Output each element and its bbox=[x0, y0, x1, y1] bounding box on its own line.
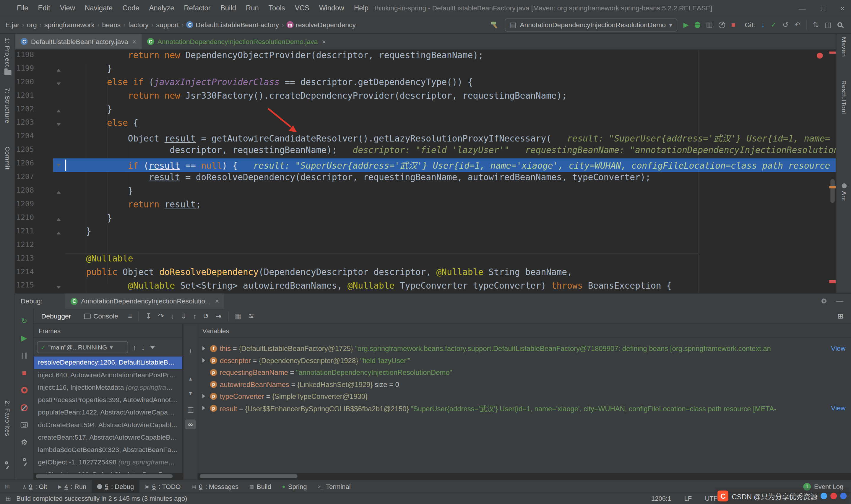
drop-frame-icon[interactable]: ↺ bbox=[203, 312, 209, 320]
line-ending-widget[interactable]: LF bbox=[684, 495, 692, 503]
scroll-down-icon[interactable]: ▼ bbox=[183, 391, 198, 396]
fold-close-icon[interactable] bbox=[56, 69, 61, 72]
menu-vcs[interactable]: VCS bbox=[290, 4, 314, 12]
frame-row[interactable]: doCreateBean:594, AbstractAutowireCapabl… bbox=[34, 419, 182, 431]
show-execution-point-icon[interactable]: ↧ bbox=[146, 312, 151, 320]
variable-row-result[interactable]: presult = {User$$EnhancerBySpringCGLIB$$… bbox=[198, 402, 851, 414]
filter-icon[interactable] bbox=[150, 346, 155, 349]
git-history-icon[interactable]: ↺ bbox=[783, 21, 789, 29]
close-tab-icon[interactable]: × bbox=[132, 38, 136, 46]
watches-toggle-icon[interactable]: ∞ bbox=[185, 419, 196, 429]
fold-close-icon[interactable] bbox=[56, 218, 61, 221]
maximize-icon[interactable]: □ bbox=[821, 4, 825, 13]
tab-console[interactable]: Console bbox=[81, 312, 122, 320]
breadcrumb-item[interactable]: support bbox=[155, 21, 180, 29]
variables-scrollbar[interactable] bbox=[198, 473, 851, 480]
debug-button[interactable] bbox=[695, 22, 700, 28]
threads-view-icon[interactable]: ≋ bbox=[248, 312, 254, 320]
breadcrumb-item[interactable]: factory bbox=[127, 21, 149, 29]
frame-row[interactable]: getObject:-1, 1827725498 (org.springfram… bbox=[34, 456, 182, 469]
expand-arrow-icon[interactable] bbox=[202, 406, 205, 410]
menu-file[interactable]: File bbox=[12, 4, 33, 12]
hide-panel-icon[interactable]: — bbox=[836, 297, 843, 305]
line-number[interactable]: 1215 bbox=[16, 281, 34, 289]
toolwindow-quick-access-icon[interactable]: ⊞ bbox=[4, 483, 10, 490]
frame-row[interactable]: inject:640, AutowiredAnnotationBeanPostP… bbox=[34, 369, 182, 381]
code-line-1204[interactable]: Object result = getAutowireCandidateReso… bbox=[65, 131, 836, 145]
toolwindow-button-build[interactable]: ▨Build bbox=[244, 480, 277, 493]
caret-position-widget[interactable]: 1206:1 bbox=[651, 495, 671, 503]
toolwindow-button-run[interactable]: ▶4: Run bbox=[53, 480, 92, 493]
variable-row-this[interactable]: fthis = {DefaultListableBeanFactory@1725… bbox=[198, 342, 851, 354]
editor-scrollbar[interactable] bbox=[830, 179, 835, 203]
error-stripe-mark[interactable] bbox=[829, 51, 836, 53]
line-number[interactable]: 1203 bbox=[16, 118, 34, 126]
breadcrumb-item[interactable]: beans bbox=[101, 21, 122, 29]
rerun-icon[interactable]: ↻ bbox=[21, 317, 28, 325]
pin-icon[interactable] bbox=[22, 455, 26, 464]
step-over-icon[interactable]: ↷ bbox=[158, 312, 164, 320]
line-number[interactable]: 1213 bbox=[16, 253, 34, 262]
git-update-icon[interactable]: ↓ bbox=[761, 21, 765, 29]
line-number[interactable]: 1212 bbox=[16, 240, 34, 249]
code-line-1213[interactable]: @Nullable bbox=[65, 253, 836, 267]
line-number[interactable]: 1201 bbox=[16, 91, 34, 99]
line-number[interactable]: 1208 bbox=[16, 185, 34, 194]
evaluate-expression-icon[interactable]: ▦ bbox=[235, 312, 242, 320]
line-number[interactable]: 1199 bbox=[16, 64, 34, 72]
settings-gear-icon[interactable]: ⚙ bbox=[821, 297, 827, 305]
tab-defaultlistablebeanfactory[interactable]: C DefaultListableBeanFactory.java × bbox=[15, 34, 142, 49]
line-number[interactable]: 1211 bbox=[16, 226, 34, 235]
next-frame-icon[interactable]: ↓ bbox=[141, 343, 145, 352]
resume-icon[interactable]: ▶ bbox=[21, 334, 27, 342]
frame-row[interactable]: lambda$doGetBean$0:323, AbstractBeanFact… bbox=[34, 444, 182, 456]
expand-arrow-icon[interactable] bbox=[202, 358, 205, 362]
line-number[interactable]: 1210 bbox=[16, 213, 34, 221]
error-stripe-mark[interactable] bbox=[829, 280, 836, 283]
debug-settings-gear-icon[interactable]: ⚙ bbox=[21, 438, 28, 446]
toolwindow-stripe-button[interactable]: Ant bbox=[836, 183, 851, 201]
menu-run[interactable]: Run bbox=[241, 4, 264, 12]
code-line-1209[interactable]: return result; bbox=[65, 199, 836, 213]
close-icon[interactable]: × bbox=[840, 4, 845, 13]
search-icon[interactable] bbox=[837, 22, 843, 27]
line-number[interactable]: 1214 bbox=[16, 267, 34, 276]
minimize-icon[interactable]: — bbox=[799, 4, 806, 13]
add-watch-icon[interactable]: + bbox=[183, 347, 198, 355]
menu-tools[interactable]: Tools bbox=[264, 4, 290, 12]
mute-breakpoints-icon[interactable] bbox=[21, 403, 28, 412]
code-line-1202[interactable]: } bbox=[65, 104, 836, 118]
force-step-into-icon[interactable]: ⇓ bbox=[181, 312, 186, 320]
toolwindow-button-spring[interactable]: ●Spring bbox=[276, 480, 312, 493]
line-number[interactable]: 1209 bbox=[16, 199, 34, 208]
thread-dump-icon[interactable] bbox=[21, 420, 28, 429]
menu-help[interactable]: Help bbox=[349, 4, 373, 12]
warning-stripe-mark[interactable] bbox=[829, 186, 836, 188]
fold-open-icon[interactable] bbox=[56, 123, 61, 126]
thread-select[interactable]: ✓ "main"@...RUNNING ▾ bbox=[37, 341, 128, 353]
toolwindow-button-terminal[interactable]: >_Terminal bbox=[312, 480, 356, 493]
status-window-icon[interactable]: ⊞ bbox=[5, 495, 11, 503]
step-out-icon[interactable]: ↑ bbox=[193, 312, 197, 320]
previous-frame-icon[interactable]: ↑ bbox=[133, 343, 137, 352]
profiler-button[interactable] bbox=[719, 22, 725, 28]
layout-options-icon[interactable]: ≡ bbox=[128, 312, 132, 320]
step-into-icon[interactable]: ↓ bbox=[170, 312, 174, 320]
frame-row[interactable]: inject:116, InjectionMetadata (org.sprin… bbox=[34, 381, 182, 394]
close-icon[interactable]: × bbox=[215, 298, 219, 305]
restore-layout-icon[interactable]: ⊞ bbox=[837, 312, 843, 320]
pause-icon[interactable] bbox=[22, 351, 26, 360]
expand-arrow-icon[interactable] bbox=[202, 346, 205, 351]
layout-icon[interactable]: ◫ bbox=[825, 21, 832, 29]
code-line-1212[interactable] bbox=[65, 240, 836, 253]
code-line-1200[interactable]: else if (javaxInjectProviderClass == des… bbox=[65, 77, 836, 91]
menu-refactor[interactable]: Refactor bbox=[179, 4, 215, 12]
fold-close-icon[interactable] bbox=[56, 191, 61, 194]
frame-row[interactable]: createBean:517, AbstractAutowireCapableB… bbox=[34, 431, 182, 444]
toolwindow-stripe-button[interactable]: Commit bbox=[0, 146, 15, 169]
git-rollback-icon[interactable]: ↶ bbox=[795, 21, 800, 29]
toolwindow-stripe-button[interactable]: RestfulTool bbox=[836, 80, 851, 114]
line-number[interactable]: 1200 bbox=[16, 77, 34, 86]
code-line-1205[interactable]: descriptor, requestingBeanName); descrip… bbox=[65, 145, 836, 158]
scroll-up-icon[interactable]: ▲ bbox=[183, 376, 198, 381]
